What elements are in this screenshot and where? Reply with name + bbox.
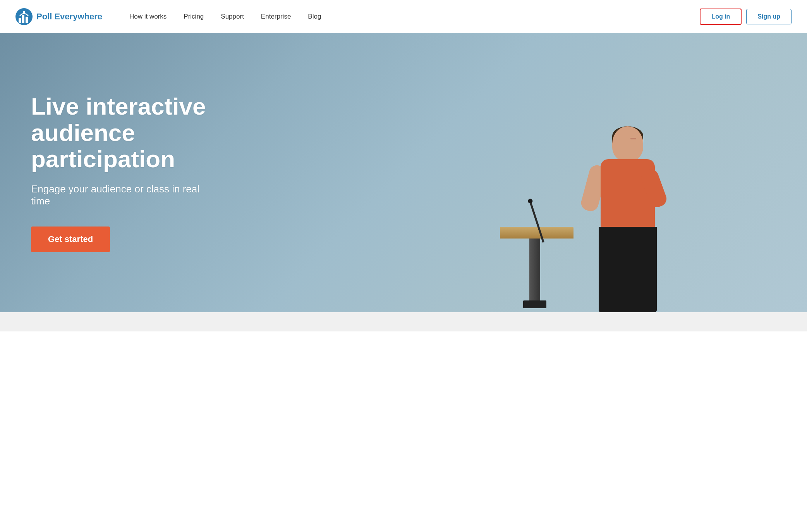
speaker-person — [577, 126, 663, 312]
login-button[interactable]: Log in — [700, 9, 742, 25]
nav-blog[interactable]: Blog — [299, 13, 330, 21]
svg-rect-2 — [22, 15, 24, 23]
footer-strip — [0, 312, 807, 331]
svg-point-4 — [23, 11, 25, 13]
hero-title: Live interactive audience participation — [31, 93, 209, 173]
nav-pricing[interactable]: Pricing — [175, 13, 212, 21]
nav-how-it-works[interactable]: How it works — [121, 13, 175, 21]
nav-enterprise[interactable]: Enterprise — [252, 13, 299, 21]
hero-section: Live interactive audience participation … — [0, 33, 807, 312]
podium — [500, 227, 570, 312]
nav-support[interactable]: Support — [212, 13, 252, 21]
svg-rect-3 — [26, 17, 28, 23]
hero-subtitle: Engage your audience or class in real ti… — [31, 183, 209, 207]
nav-actions: Log in Sign up — [700, 9, 792, 25]
nav-links: How it works Pricing Support Enterprise … — [121, 13, 700, 21]
svg-rect-1 — [19, 18, 21, 23]
logo-link[interactable]: Poll Everywhere — [15, 8, 102, 25]
speaker-figure — [496, 111, 674, 312]
get-started-button[interactable]: Get started — [31, 227, 110, 252]
hero-content: Live interactive audience participation … — [0, 93, 240, 252]
logo-icon — [15, 8, 33, 25]
hero-image — [363, 33, 807, 312]
signup-button[interactable]: Sign up — [746, 9, 792, 24]
brand-name: Poll Everywhere — [36, 12, 102, 22]
navbar: Poll Everywhere How it works Pricing Sup… — [0, 0, 807, 33]
